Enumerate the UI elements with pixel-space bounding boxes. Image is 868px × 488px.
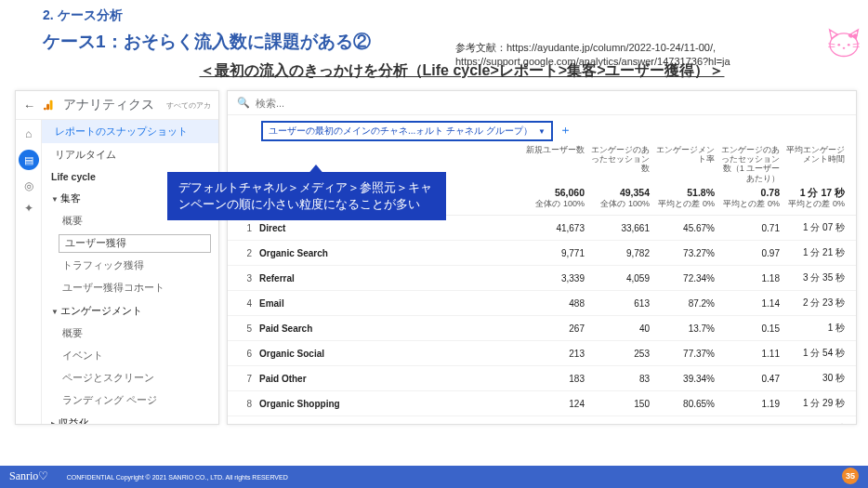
row-new-users: 9,771 [525,248,590,258]
table-row[interactable]: 3Referral3,3394,05972.34%1.183 分 35 秒 [228,266,856,291]
table-row[interactable]: 6Organic Social21325377.37%1.111 分 54 秒 [228,341,856,366]
sidebar-item-traffic-acq[interactable]: トラフィック獲得 [42,255,218,277]
table-row[interactable]: 4Email48861387.2%1.142 分 23 秒 [228,291,856,316]
search-icon: 🔍 [237,97,250,109]
row-index: 3 [239,273,259,284]
row-channel: Organic Video [259,424,525,425]
sidebar-item-landing[interactable]: ランディング ページ [42,389,218,412]
row-channel: Organic Social [259,349,525,359]
row-eng-sessions: 33,661 [590,223,655,233]
row-eng-rate: 73.27% [655,248,720,258]
row-eng-rate: 13.7% [655,323,720,334]
total-new-users: 56,060 [525,187,585,199]
row-eng-rate: 87.2% [655,298,720,309]
back-icon[interactable]: ← [23,99,35,112]
sidebar-item-events[interactable]: イベント [42,345,218,367]
row-eng-per-user: 1.18 [720,273,785,284]
row-avg-eng-time: 1 分 29 秒 [785,397,850,410]
row-eng-per-user: 1.14 [720,298,785,309]
total-eng-per-user-sub: 平均との差 0% [720,199,780,209]
total-eng-per-user: 0.78 [720,187,780,199]
total-eng-sessions: 49,354 [590,187,650,199]
row-new-users: 3,339 [525,273,590,284]
row-index: 2 [239,248,259,258]
primary-dimension-dropdown[interactable]: ユーザーの最初のメインのチャネ...ォルト チャネル グループ） ▼ [261,121,553,141]
chevron-down-icon: ▼ [538,127,546,136]
row-eng-per-user: 0.15 [720,323,785,334]
col-avg-eng-time[interactable]: 平均エンゲージメント時間 [785,145,850,183]
add-dimension-button[interactable]: ＋ [559,123,572,137]
ga-logo-icon [43,99,56,112]
ref-link-1[interactable]: https://ayudante.jp/column/2022-10-24/11… [506,42,716,53]
row-eng-sessions: 4,059 [590,273,655,284]
row-index: 5 [239,323,259,334]
svg-line-9 [853,44,860,45]
row-eng-sessions: 83 [590,374,655,384]
sidebar-item-monetization[interactable]: 収益化 [42,412,218,424]
table-row[interactable]: 8Organic Shopping12415080.65%1.191 分 29 … [228,391,856,416]
row-channel: Email [259,298,525,309]
references: 参考文献：https://ayudante.jp/column/2022-10-… [455,41,730,69]
total-avg-eng-time: 1 分 17 秒 [785,187,845,199]
row-index: 8 [239,399,259,409]
col-new-users[interactable]: 新規ユーザー数 [525,145,590,183]
row-new-users: 213 [525,349,590,359]
sidebar-item-user-cohort[interactable]: ユーザー獲得コホート [42,277,218,299]
row-new-users: 183 [525,374,590,384]
report-panel: 🔍 ユーザーの最初のメインのチャネ...ォルト チャネル グループ） ▼ ＋ 新… [227,90,857,425]
sidebar-item-user-acq[interactable]: ユーザー獲得 [59,234,211,253]
home-icon[interactable]: ⌂ [25,127,32,140]
row-channel: Organic Shopping [259,399,525,409]
search-input[interactable] [256,98,847,109]
row-index: 7 [239,374,259,384]
svg-point-4 [837,44,840,46]
row-eng-per-user: 0.50 [720,424,785,425]
svg-point-6 [843,47,846,49]
row-index: 4 [239,298,259,309]
svg-point-5 [848,44,850,46]
ref-label: 参考文献： [455,42,506,53]
row-eng-per-user: 1.11 [720,349,785,359]
table-row[interactable]: 2Organic Search9,7719,78273.27%0.971 分 2… [228,241,856,266]
sidebar-item-pages[interactable]: ページとスクリーン [42,367,218,389]
row-eng-sessions: 613 [590,298,655,309]
row-eng-rate: 72.34% [655,273,720,284]
row-channel: Paid Search [259,323,525,334]
row-new-users: 124 [525,399,590,409]
sidebar-item-engagement[interactable]: エンゲージメント [42,299,218,323]
sidebar-item-snapshot[interactable]: レポートのスナップショット [42,120,218,143]
sidebar-item-realtime[interactable]: リアルタイム [42,143,218,166]
ads-icon[interactable]: ✦ [24,202,33,215]
ga-brand: アナリティクス [63,97,154,113]
table-row[interactable]: 9Organic Video2133.33%0.5023 秒 [228,416,856,425]
row-avg-eng-time: 3 分 35 秒 [785,271,850,284]
sidebar-item-eng-overview[interactable]: 概要 [42,323,218,345]
explore-icon[interactable]: ◎ [24,179,33,192]
table-row[interactable]: 5Paid Search2674013.7%0.151 秒 [228,316,856,341]
reports-icon[interactable]: ▤ [19,150,39,170]
ref-link-2[interactable]: https://support.google.com/analytics/ans… [455,56,730,67]
total-avg-eng-time-sub: 平均との差 0% [785,199,845,209]
table-row[interactable]: 7Paid Other1838339.34%0.4730 秒 [228,366,856,391]
row-eng-rate: 33.33% [655,424,720,425]
col-eng-per-user[interactable]: エンゲージのあったセッション数（1 ユーザーあたり） [720,145,785,183]
svg-point-2 [44,108,46,111]
account-picker[interactable]: すべてのアカ [166,100,211,111]
row-index: 1 [239,223,259,233]
row-avg-eng-time: 1 分 07 秒 [785,221,850,234]
callout-box: デフォルトチャネル＞メディア＞参照元＞キャンペーンの順に小さい粒度になることが多… [167,172,446,220]
row-channel: Referral [259,273,525,284]
col-eng-sessions[interactable]: エンゲージのあったセッション数 [590,145,655,183]
footer-confidential: CONFIDENTIAL Copyright © 2021 SANRIO CO.… [61,474,288,481]
total-eng-rate-sub: 平均との差 0% [655,199,715,209]
row-eng-rate: 39.34% [655,374,720,384]
svg-rect-1 [46,104,49,110]
page-number: 35 [842,468,859,484]
row-channel: Organic Search [259,248,525,258]
row-eng-per-user: 0.71 [720,223,785,233]
row-eng-sessions: 150 [590,399,655,409]
ga-sidebar-app: ← アナリティクス すべてのアカ ⌂ ▤ ◎ ✦ レポートのスナップショット リ… [15,90,219,425]
row-eng-per-user: 1.19 [720,399,785,409]
col-eng-rate[interactable]: エンゲージメント率 [655,145,720,183]
row-eng-per-user: 0.47 [720,374,785,384]
